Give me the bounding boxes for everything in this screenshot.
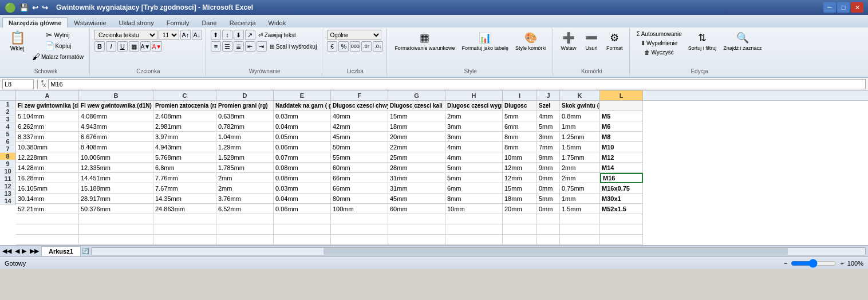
col-header-E[interactable]: E <box>274 90 331 100</box>
row-header-4[interactable]: 4 <box>0 123 16 131</box>
cell-J1[interactable]: Szel <box>537 101 560 111</box>
cell-J9[interactable]: 0mm <box>537 183 560 194</box>
cut-button[interactable]: ✂ Wytnij <box>30 30 86 40</box>
cell-J11[interactable]: 0mm <box>537 204 560 214</box>
cell-D5[interactable]: 1.29mm <box>216 142 274 152</box>
align-center-button[interactable]: ☰ <box>222 41 232 52</box>
cell-E13[interactable] <box>274 224 331 235</box>
cell-F11[interactable]: 100mm <box>331 204 388 214</box>
scroll-right-btn[interactable]: ▶▶ <box>27 247 41 255</box>
cell-A1[interactable]: Fl zew gwintownika (dN) <box>16 101 79 111</box>
cell-L14[interactable] <box>600 235 643 245</box>
cell-I1[interactable]: Dlugosc <box>503 101 537 111</box>
cell-G14[interactable] <box>388 235 445 245</box>
cell-A14[interactable] <box>16 235 79 245</box>
cell-I9[interactable]: 15mm <box>503 183 537 194</box>
cell-E10[interactable]: 0.04mm <box>274 194 331 204</box>
cell-B13[interactable] <box>79 224 153 235</box>
scroll-left-btn[interactable]: ◀◀ <box>0 247 14 255</box>
cell-C4[interactable]: 3.97mm <box>153 132 216 142</box>
decrease-font-button[interactable]: A↓ <box>192 30 202 40</box>
col-header-J[interactable]: J <box>537 90 560 100</box>
col-header-H[interactable]: H <box>445 90 503 100</box>
tab-uklad[interactable]: Układ strony <box>113 17 160 27</box>
scroll-prev-btn[interactable]: ◀ <box>14 247 21 255</box>
cell-F4[interactable]: 45mm <box>331 132 388 142</box>
quick-redo[interactable]: ↪ <box>42 3 48 12</box>
scroll-next-btn[interactable]: ▶ <box>21 247 27 255</box>
cell-K12[interactable] <box>560 214 600 224</box>
cell-I8[interactable]: 12mm <box>503 173 537 183</box>
underline-button[interactable]: U <box>117 41 128 52</box>
cell-L8[interactable]: M16 <box>600 173 643 183</box>
cell-J10[interactable]: 5mm <box>537 194 560 204</box>
cell-F9[interactable]: 66mm <box>331 183 388 194</box>
cell-K5[interactable]: 1.5mm <box>560 142 600 152</box>
cell-H8[interactable]: 5mm <box>445 173 503 183</box>
cell-A10[interactable]: 30.14mm <box>16 194 79 204</box>
cell-B2[interactable]: 4.086mm <box>79 111 153 121</box>
cell-B9[interactable]: 15.188mm <box>79 183 153 194</box>
cell-K2[interactable]: 0.8mm <box>560 111 600 121</box>
tab-narzedzia[interactable]: Narzędzia główne <box>2 17 68 28</box>
tab-wstawianie[interactable]: Wstawianie <box>68 17 112 27</box>
row-header-6[interactable]: 6 <box>0 138 16 145</box>
cell-E2[interactable]: 0.03mm <box>274 111 331 121</box>
cell-K1[interactable]: Skok gwintu (P) <box>560 101 600 111</box>
align-left-button[interactable]: ≡ <box>211 41 221 52</box>
cell-D1[interactable]: Promien grani (rg) <box>216 101 274 111</box>
cell-B10[interactable]: 28.917mm <box>79 194 153 204</box>
cell-F14[interactable] <box>331 235 388 245</box>
cell-E4[interactable]: 0.05mm <box>274 132 331 142</box>
cell-B14[interactable] <box>79 235 153 245</box>
quick-undo[interactable]: ↩ <box>32 3 38 12</box>
cell-J8[interactable]: 0mm <box>537 173 560 183</box>
row-header-1[interactable]: 1 <box>0 101 16 108</box>
cell-J2[interactable]: 4mm <box>537 111 560 121</box>
row-header-10[interactable]: 10 <box>0 168 16 175</box>
cell-F6[interactable]: 55mm <box>331 152 388 163</box>
cell-C10[interactable]: 14.35mm <box>153 194 216 204</box>
zoom-out-btn[interactable]: − <box>784 260 787 267</box>
increase-decimal-button[interactable]: .0↑ <box>361 41 372 52</box>
decrease-decimal-button[interactable]: .0↓ <box>373 41 383 52</box>
maximize-button[interactable]: □ <box>837 2 850 13</box>
cell-K7[interactable]: 2mm <box>560 163 600 173</box>
cell-E9[interactable]: 0.03mm <box>274 183 331 194</box>
cell-J13[interactable] <box>537 224 560 235</box>
row-header-9[interactable]: 9 <box>0 160 16 168</box>
fill-button[interactable]: ⬇ Wypełnienie <box>634 39 684 48</box>
cell-C6[interactable]: 5.768mm <box>153 152 216 163</box>
col-header-D[interactable]: D <box>216 90 274 100</box>
cell-A6[interactable]: 12.228mm <box>16 152 79 163</box>
quick-save[interactable]: 💾 <box>19 3 29 12</box>
cell-G10[interactable]: 45mm <box>388 194 445 204</box>
currency-button[interactable]: € <box>327 41 337 52</box>
cell-G5[interactable]: 22mm <box>388 142 445 152</box>
bold-button[interactable]: B <box>94 41 105 52</box>
row-header-12[interactable]: 12 <box>0 183 16 190</box>
col-header-B[interactable]: B <box>79 90 153 100</box>
zoom-slider[interactable] <box>791 259 837 268</box>
find-select-button[interactable]: 🔍 Znajdź i zaznacz <box>720 30 764 53</box>
cell-J5[interactable]: 7mm <box>537 142 560 152</box>
cell-D9[interactable]: 2mm <box>216 183 274 194</box>
function-icon[interactable]: fx <box>41 79 46 88</box>
cell-reference-input[interactable] <box>2 79 34 89</box>
cell-G8[interactable]: 31mm <box>388 173 445 183</box>
cell-C12[interactable] <box>153 214 216 224</box>
cell-B11[interactable]: 50.376mm <box>79 204 153 214</box>
paste-button[interactable]: 📋 Wklej <box>6 30 29 53</box>
cell-I4[interactable]: 8mm <box>503 132 537 142</box>
row-header-11[interactable]: 11 <box>0 175 16 183</box>
row-header-14[interactable]: 14 <box>0 198 16 205</box>
col-header-F[interactable]: F <box>331 90 388 100</box>
cell-A13[interactable] <box>16 224 79 235</box>
cell-L1[interactable] <box>600 101 643 111</box>
cell-D7[interactable]: 1.785mm <box>216 163 274 173</box>
cell-F8[interactable]: 66mm <box>331 173 388 183</box>
cell-F2[interactable]: 40mm <box>331 111 388 121</box>
cell-K14[interactable] <box>560 235 600 245</box>
format-as-table-button[interactable]: 📊 Formatuj jako tabelę <box>459 30 511 53</box>
cell-J14[interactable] <box>537 235 560 245</box>
